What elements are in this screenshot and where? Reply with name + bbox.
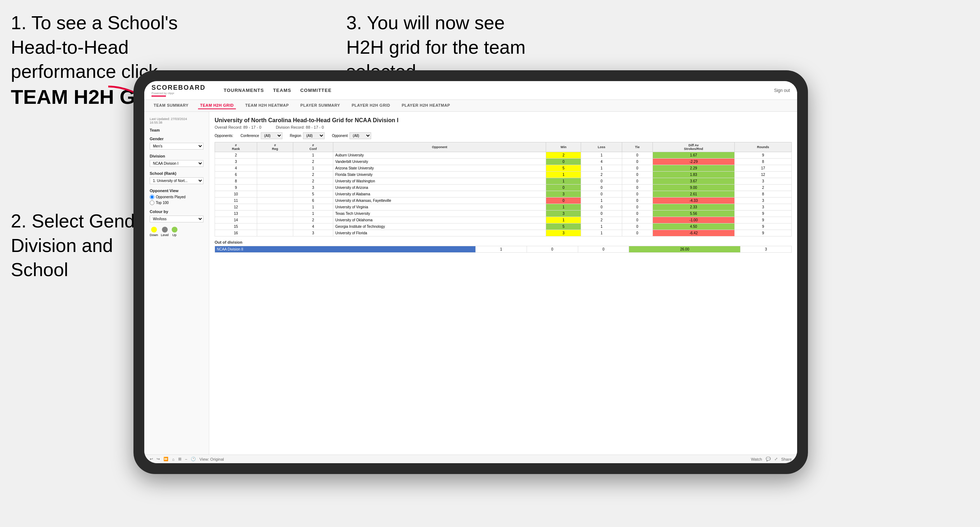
cell-tie: 0 — [622, 165, 653, 171]
cell-loss: 1 — [581, 224, 622, 230]
cell-opponent: University of Virginia — [333, 204, 546, 211]
cell-conf: 3 — [293, 184, 333, 191]
cell-rank: 10 — [215, 191, 257, 198]
cell-rank: 8 — [215, 178, 257, 184]
col-reg: #Reg — [257, 142, 293, 152]
cell-rank: 12 — [215, 204, 257, 211]
last-updated: Last Updated: 27/03/2024 16:55:38 — [150, 117, 204, 124]
nav-link-teams[interactable]: TEAMS — [273, 87, 291, 93]
division-label: Division — [150, 154, 204, 158]
table-row: 2 1 Auburn University 2 1 0 1.67 9 — [215, 152, 792, 159]
cell-tie: 0 — [622, 191, 653, 198]
cell-conf: 2 — [293, 178, 333, 184]
legend-dot-down — [151, 227, 157, 232]
conference-filter-select[interactable]: (All) — [261, 132, 282, 139]
radio-opponents-played[interactable]: Opponents Played — [150, 195, 204, 199]
cell-win: 2 — [546, 152, 581, 159]
forward-btn[interactable]: ⏩ — [163, 457, 169, 461]
col-conf: #Conf — [293, 142, 333, 152]
cell-diff: 2.29 — [652, 165, 734, 171]
cell-diff: 2.61 — [652, 191, 734, 198]
nav-bar: SCOREBOARD Powered by clippi TOURNAMENTS… — [144, 81, 797, 100]
logo-sub: Powered by clippi — [151, 92, 174, 95]
cell-diff: -6.42 — [652, 230, 734, 237]
cell-diff: -2.29 — [652, 159, 734, 165]
cell-opponent: University of Washington — [333, 178, 546, 184]
cell-reg — [257, 224, 293, 230]
cell-conf: 2 — [293, 171, 333, 178]
cell-rank: 15 — [215, 224, 257, 230]
cell-win: 3 — [546, 230, 581, 237]
cell-rank: 9 — [215, 184, 257, 191]
sidebar: Last Updated: 27/03/2024 16:55:38 Team G… — [144, 112, 209, 454]
sub-nav-team-h2h-heatmap[interactable]: TEAM H2H HEATMAP — [243, 102, 291, 109]
share-btn[interactable]: Share — [781, 457, 792, 461]
cell-reg — [257, 171, 293, 178]
cell-diff: 9.00 — [652, 184, 734, 191]
watch-btn[interactable]: Watch — [751, 457, 762, 461]
cell-tie: 0 — [622, 230, 653, 237]
radio-top-100[interactable]: Top 100 — [150, 200, 204, 205]
sub-nav-player-h2h-grid[interactable]: PLAYER H2H GRID — [350, 102, 393, 109]
colour-by-select[interactable]: Win/loss — [150, 216, 204, 222]
table-row: 14 2 University of Oklahoma 1 2 0 -1.00 … — [215, 217, 792, 224]
grid-btn[interactable]: ⊞ — [178, 457, 181, 461]
table-row: 16 3 University of Florida 3 1 0 -6.42 9 — [215, 230, 792, 237]
school-select[interactable]: 1. University of Nort... — [150, 177, 204, 184]
home-btn[interactable]: ⌂ — [172, 457, 175, 461]
cell-conf: 1 — [293, 165, 333, 171]
clock-btn[interactable]: 🕐 — [191, 457, 196, 461]
cell-opponent: Auburn University — [333, 152, 546, 159]
view-original[interactable]: View: Original — [199, 457, 224, 461]
cell-conf: 2 — [293, 217, 333, 224]
cell-reg — [257, 184, 293, 191]
sub-nav-team-h2h-grid[interactable]: TEAM H2H GRID — [198, 102, 236, 109]
comment-btn[interactable]: 💬 — [766, 457, 771, 461]
cell-loss: 0 — [581, 178, 622, 184]
sub-nav-player-h2h-heatmap[interactable]: PLAYER H2H HEATMAP — [399, 102, 452, 109]
cell-rank: 16 — [215, 230, 257, 237]
bottom-toolbar: ↩ ↪ ⏩ ⌂ ⊞ − 🕐 View: Original Watch 💬 ⤢ S… — [144, 454, 797, 463]
sign-out[interactable]: Sign out — [774, 88, 790, 93]
division-select[interactable]: NCAA Division I — [150, 160, 204, 167]
table-body: 2 1 Auburn University 2 1 0 1.67 9 3 2 V… — [215, 152, 792, 237]
cell-rank: 3 — [215, 159, 257, 165]
cell-loss: 1 — [581, 230, 622, 237]
cell-rounds: 9 — [734, 224, 791, 230]
cell-opponent: Arizona State University — [333, 165, 546, 171]
cell-rank: 4 — [215, 165, 257, 171]
sidebar-gender-section: Gender Men's — [150, 137, 204, 149]
nav-link-committee[interactable]: COMMITTEE — [300, 87, 331, 93]
data-table: #Rank #Reg #Conf Opponent Win Loss Tie D… — [215, 142, 792, 237]
cell-opponent: Vanderbilt University — [333, 159, 546, 165]
opponent-filter-select[interactable]: (All) — [350, 132, 371, 139]
ood-diff: 26.00 — [629, 246, 740, 253]
table-row: 10 5 University of Alabama 3 0 0 2.61 8 — [215, 191, 792, 198]
cell-tie: 0 — [622, 211, 653, 217]
fullscreen-btn[interactable]: ⤢ — [775, 457, 778, 461]
region-filter-select[interactable]: (All) — [303, 132, 325, 139]
cell-conf: 5 — [293, 191, 333, 198]
ood-loss: 0 — [527, 246, 578, 253]
cell-reg — [257, 165, 293, 171]
undo-btn[interactable]: ↩ — [150, 457, 153, 461]
nav-link-tournaments[interactable]: TOURNAMENTS — [224, 87, 264, 93]
gender-select[interactable]: Men's — [150, 143, 204, 149]
minus-btn[interactable]: − — [185, 457, 187, 461]
cell-opponent: University of Arkansas, Fayetteville — [333, 198, 546, 204]
cell-loss: 4 — [581, 159, 622, 165]
col-opponent: Opponent — [333, 142, 546, 152]
sidebar-division-section: Division NCAA Division I — [150, 154, 204, 167]
cell-rounds: 2 — [734, 184, 791, 191]
cell-loss: 1 — [581, 152, 622, 159]
division-record: Division Record: 88 - 17 - 0 — [276, 125, 324, 129]
sub-nav-player-summary[interactable]: PLAYER SUMMARY — [298, 102, 342, 109]
cell-loss: 0 — [581, 191, 622, 198]
cell-conf: 3 — [293, 230, 333, 237]
out-of-division-row: NCAA Division II 1 0 0 26.00 3 — [215, 246, 792, 253]
cell-diff: 3.67 — [652, 178, 734, 184]
cell-conf: 1 — [293, 152, 333, 159]
cell-tie: 0 — [622, 184, 653, 191]
sub-nav-team-summary[interactable]: TEAM SUMMARY — [151, 102, 191, 109]
redo-btn[interactable]: ↪ — [156, 457, 160, 461]
